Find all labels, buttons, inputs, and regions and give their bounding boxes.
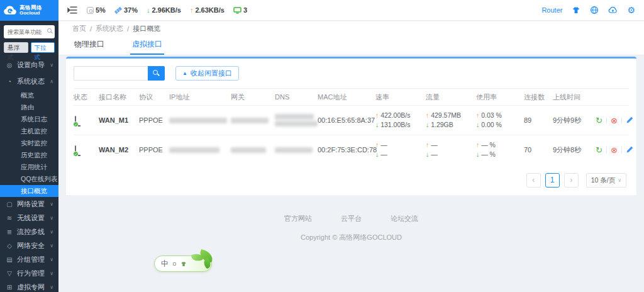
collapse-idle-button[interactable]: ▲ 收起闲置接口 <box>175 66 239 81</box>
ime-skin-icon[interactable] <box>180 261 187 267</box>
disconnect-icon[interactable]: ⊗ <box>611 116 618 125</box>
footer-copyright: Copyright © 高恪网络GOCLOUD <box>58 233 644 242</box>
online-devices-stat: 3 <box>233 6 247 14</box>
interface-usage: ↑ — % ↓ — % <box>476 140 524 159</box>
page-number-button[interactable]: 1 <box>545 173 560 188</box>
check-icon: ✓ <box>73 151 79 157</box>
float-mode-button[interactable]: 悬浮式 <box>4 42 28 53</box>
sidebar-item-interface-overview[interactable]: 接口概览 <box>0 185 58 197</box>
interface-mac: 00:2F:75:3E:CD:78 <box>318 146 375 154</box>
upload-rate-stat: ↑ 2.63KB/s <box>190 6 225 14</box>
collapse-sidebar-icon[interactable] <box>67 6 77 14</box>
chevron-down-icon: ∨ <box>50 271 53 276</box>
router-name-label[interactable]: Router <box>541 6 562 14</box>
footer-link-official-site[interactable]: 官方网站 <box>284 214 312 223</box>
chevron-down-icon: ∨ <box>50 62 53 68</box>
memory-icon <box>114 6 122 14</box>
breadcrumb-separator: / <box>127 25 129 33</box>
col-uptime: 上线时间 <box>553 93 596 102</box>
monitor-icon: ▢ <box>6 201 13 208</box>
sidebar-item-qq-online[interactable]: QQ在线列表 <box>0 173 58 185</box>
redacted-gateway <box>231 118 269 123</box>
sidebar-item-system-log[interactable]: 系统日志 <box>0 113 58 125</box>
col-gateway: 网关 <box>231 93 275 102</box>
sidebar-item-host-monitor[interactable]: 主机监控 <box>0 125 58 137</box>
prev-page-button[interactable]: ‹ <box>526 173 541 188</box>
footer-link-cloud-platform[interactable]: 云平台 <box>341 214 362 223</box>
col-status: 状态 <box>74 93 99 102</box>
interface-online-icon: ✓ <box>75 116 76 125</box>
col-ip: IP地址 <box>169 93 231 102</box>
chevron-down-icon: ∨ <box>50 215 53 221</box>
interface-uptime: 9分钟9秒 <box>553 116 596 125</box>
tab-physical-interface[interactable]: 物理接口 <box>72 35 106 55</box>
up-arrow-icon: ↑ <box>190 6 194 14</box>
interface-name: WAN_M2 <box>99 146 139 154</box>
interface-protocol: PPPOE <box>139 116 169 124</box>
breadcrumb-separator: / <box>90 25 92 33</box>
sidebar-item-realtime-monitor[interactable]: 实时监控 <box>0 137 58 149</box>
ime-language-indicator[interactable]: 中 <box>161 259 169 269</box>
reconnect-icon[interactable]: ↻ <box>596 116 602 125</box>
chevron-down-icon: ∨ <box>50 243 53 249</box>
redacted-ip <box>169 118 227 123</box>
theme-skin-icon[interactable] <box>572 6 580 14</box>
ime-tool-icon[interactable] <box>173 262 176 266</box>
sidebar-item-behavior-management[interactable]: ▽ 行为管理 ∨ <box>0 266 58 280</box>
sidebar-item-routing[interactable]: 路由 <box>0 101 58 113</box>
flow-icon: ≣ <box>6 228 13 235</box>
edit-pencil-icon[interactable] <box>626 146 633 154</box>
page-size-select[interactable]: 10 条/页 ∨ <box>586 173 626 188</box>
cpu-usage-stat: 5% <box>87 6 106 14</box>
interface-traffic: ↑ — ↓ — <box>426 140 476 159</box>
sidebar-item-group-management[interactable]: ▤ 分组管理 ∨ <box>0 252 58 266</box>
divider <box>621 147 622 154</box>
col-usage: 使用率 <box>476 93 524 102</box>
down-arrow-icon: ↓ <box>426 150 429 158</box>
gear-icon[interactable]: ⚙ <box>627 6 635 14</box>
chevron-up-icon: ∧ <box>50 79 53 84</box>
language-globe-icon[interactable] <box>590 6 599 14</box>
ime-toolbar[interactable]: 中 <box>154 256 212 272</box>
sidebar-item-vpn[interactable]: ⊞ 虚拟专网 ∨ <box>0 280 58 292</box>
table-search-button[interactable] <box>148 66 165 81</box>
up-arrow-icon: ↑ <box>426 111 429 119</box>
interface-usage: ↑ 0.03 % ↓ 0.00 % <box>476 111 524 130</box>
sidebar-item-overview[interactable]: 概览 <box>0 89 58 101</box>
interface-protocol: PPPOE <box>139 146 169 154</box>
search-icon <box>47 28 52 33</box>
sidebar-item-app-stats[interactable]: 应用统计 <box>0 161 58 173</box>
breadcrumb-system-status[interactable]: 系统状态 <box>96 24 123 33</box>
col-dns: DNS <box>275 93 318 101</box>
triangle-up-icon: ▲ <box>182 70 187 76</box>
next-page-button[interactable]: › <box>564 173 579 188</box>
interface-rate: ↑ 422.00B/s ↓ 131.00B/s <box>375 111 426 130</box>
col-connections: 连接数 <box>524 93 553 102</box>
sidebar-item-label: 网络安全 <box>17 241 45 250</box>
breadcrumb-home[interactable]: 首页 <box>72 24 86 33</box>
sidebar-item-label: 网络设置 <box>17 199 45 209</box>
vpn-icon: ⊞ <box>6 284 13 291</box>
wifi-icon: ≋ <box>6 215 13 222</box>
col-traffic: 流量 <box>426 93 476 102</box>
reconnect-icon[interactable]: ↻ <box>596 146 602 154</box>
disconnect-icon[interactable]: ⊗ <box>611 146 618 154</box>
up-arrow-icon: ↑ <box>375 111 379 119</box>
divider <box>606 117 607 124</box>
sidebar-item-flow-control[interactable]: ≣ 流控多线 ∨ <box>0 225 58 239</box>
cloud-sync-icon[interactable] <box>608 6 618 14</box>
sidebar-item-wireless-settings[interactable]: ≋ 无线设置 ∨ <box>0 211 58 225</box>
sidebar-item-network-settings[interactable]: ▢ 网络设置 ∨ <box>0 197 58 211</box>
col-rate: 速率 <box>375 93 426 102</box>
funnel-icon: ▽ <box>6 270 13 277</box>
sidebar-item-network-security[interactable]: ◇ 网络安全 ∨ <box>0 239 58 252</box>
table-search-input[interactable] <box>74 66 148 81</box>
footer-link-forum[interactable]: 论坛交流 <box>391 214 418 223</box>
edit-pencil-icon[interactable] <box>626 116 633 124</box>
dropdown-mode-button[interactable]: 下拉式 <box>31 42 55 53</box>
sidebar-item-history-monitor[interactable]: 历史监控 <box>0 149 58 161</box>
sidebar-item-system-status[interactable]: ◔ 系统状态 ∧ <box>0 73 58 89</box>
tab-virtual-interface[interactable]: 虚拟接口 <box>130 35 164 55</box>
interface-mac: 00:16:E5:65:8A:37 <box>318 116 375 124</box>
up-arrow-icon: ↑ <box>426 141 429 149</box>
